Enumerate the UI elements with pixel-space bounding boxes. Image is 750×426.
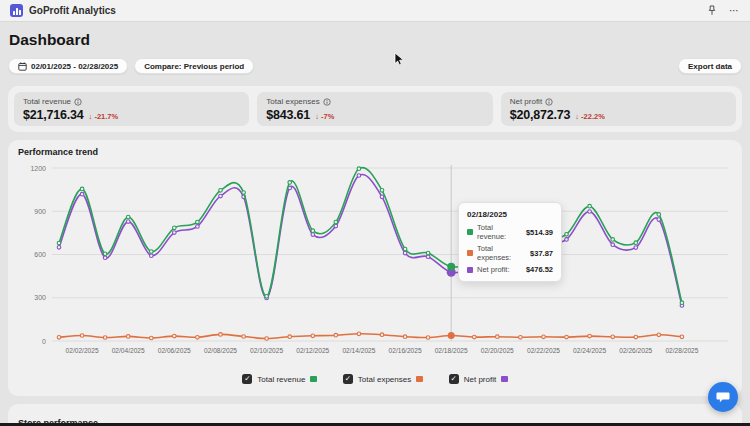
kpi-label: Total expenses xyxy=(266,97,319,106)
checkbox-checked-icon[interactable]: ✓ xyxy=(242,374,252,384)
tooltip-label: Total expenses: xyxy=(477,244,526,262)
svg-text:600: 600 xyxy=(34,251,46,258)
info-icon[interactable] xyxy=(545,98,553,106)
tooltip-value: $476.52 xyxy=(526,265,553,274)
svg-text:02/10/2025: 02/10/2025 xyxy=(250,347,283,354)
legend-label: Net profit xyxy=(464,375,496,384)
tooltip-value: $514.39 xyxy=(526,228,553,237)
date-range-label: 02/01/2025 - 02/28/2025 xyxy=(31,62,118,71)
tooltip-row: Total revenue: $514.39 xyxy=(467,223,553,241)
page-title: Dashboard xyxy=(9,31,742,49)
svg-text:02/06/2025: 02/06/2025 xyxy=(158,347,191,354)
brand: GoProfit Analytics xyxy=(10,4,116,17)
legend-item-total-expenses[interactable]: ✓ Total expenses xyxy=(343,374,423,384)
legend-item-total-revenue[interactable]: ✓ Total revenue xyxy=(242,374,317,384)
calendar-icon xyxy=(18,62,27,71)
svg-text:900: 900 xyxy=(34,208,46,215)
expenses-swatch xyxy=(467,250,473,256)
svg-text:02/28/2025: 02/28/2025 xyxy=(665,347,698,354)
revenue-swatch xyxy=(310,376,317,383)
controls-row: 02/01/2025 - 02/28/2025 Compare: Previou… xyxy=(8,58,742,74)
kpi-total-expenses: Total expenses $843.61 ↓ -7% xyxy=(257,92,492,126)
revenue-swatch xyxy=(467,229,473,235)
tooltip-label: Total revenue: xyxy=(477,223,522,241)
svg-text:02/16/2025: 02/16/2025 xyxy=(389,347,422,354)
tooltip-row: Net profit: $476.52 xyxy=(467,265,553,274)
date-range-button[interactable]: 02/01/2025 - 02/28/2025 xyxy=(8,58,128,74)
svg-text:02/12/2025: 02/12/2025 xyxy=(296,347,329,354)
chat-widget-button[interactable] xyxy=(708,382,738,412)
checkbox-checked-icon[interactable]: ✓ xyxy=(449,374,459,384)
svg-text:02/24/2025: 02/24/2025 xyxy=(573,347,606,354)
svg-text:02/26/2025: 02/26/2025 xyxy=(619,347,652,354)
chat-bubble-icon xyxy=(716,391,730,404)
net-profit-swatch xyxy=(501,376,508,383)
svg-text:02/22/2025: 02/22/2025 xyxy=(527,347,560,354)
svg-text:02/18/2025: 02/18/2025 xyxy=(435,347,468,354)
chart-tooltip: 02/18/2025 Total revenue: $514.39 Total … xyxy=(458,202,562,282)
kpi-label: Net profit xyxy=(510,97,542,106)
svg-text:02/02/2025: 02/02/2025 xyxy=(66,347,99,354)
kpi-value: $21,716.34 xyxy=(23,108,84,122)
tooltip-row: Total expenses: $37.87 xyxy=(467,244,553,262)
top-bar: GoProfit Analytics ⋯ xyxy=(0,0,750,22)
kpi-net-profit: Net profit $20,872.73 ↓ -22.2% xyxy=(501,92,736,126)
kpi-delta-down: ↓ -21.7% xyxy=(89,112,119,121)
svg-text:02/14/2025: 02/14/2025 xyxy=(342,347,375,354)
app-logo-icon xyxy=(10,4,23,17)
svg-text:02/04/2025: 02/04/2025 xyxy=(112,347,145,354)
export-button[interactable]: Export data xyxy=(678,58,742,74)
performance-trend-chart[interactable]: 0300600900120002/02/202502/04/202502/06/… xyxy=(8,140,742,396)
kpi-delta-down: ↓ -7% xyxy=(315,112,334,121)
performance-trend-card: Performance trend 0300600900120002/02/20… xyxy=(8,140,742,396)
kpi-summary-card: Total revenue $21,716.34 ↓ -21.7% Total … xyxy=(8,86,742,132)
tooltip-date: 02/18/2025 xyxy=(467,210,553,219)
kpi-label: Total revenue xyxy=(23,97,71,106)
kpi-delta-down: ↓ -22.2% xyxy=(575,112,605,121)
svg-text:02/20/2025: 02/20/2025 xyxy=(481,347,514,354)
legend-item-net-profit[interactable]: ✓ Net profit xyxy=(449,374,508,384)
kpi-total-revenue: Total revenue $21,716.34 ↓ -21.7% xyxy=(14,92,249,126)
svg-text:1200: 1200 xyxy=(30,165,46,172)
more-menu-icon[interactable]: ⋯ xyxy=(729,5,740,16)
app-window: GoProfit Analytics ⋯ Dashboard 02/01/202… xyxy=(0,0,750,426)
legend-label: Total expenses xyxy=(358,375,411,384)
app-title: GoProfit Analytics xyxy=(29,5,116,16)
pin-icon[interactable] xyxy=(707,2,717,20)
tooltip-value: $37.87 xyxy=(530,249,553,258)
chart-legend: ✓ Total revenue ✓ Total expenses ✓ Net p… xyxy=(8,374,742,384)
chart-title: Performance trend xyxy=(18,147,98,157)
expenses-swatch xyxy=(416,376,423,383)
net-profit-swatch xyxy=(467,267,473,273)
svg-text:300: 300 xyxy=(34,294,46,301)
main-content: Dashboard 02/01/2025 - 02/28/2025 Compar… xyxy=(0,31,750,426)
info-icon[interactable] xyxy=(323,98,331,106)
tooltip-label: Net profit: xyxy=(477,265,510,274)
legend-label: Total revenue xyxy=(257,375,305,384)
svg-text:02/08/2025: 02/08/2025 xyxy=(204,347,237,354)
svg-text:0: 0 xyxy=(42,338,46,345)
kpi-value: $20,872.73 xyxy=(510,108,571,122)
kpi-value: $843.61 xyxy=(266,108,310,122)
info-icon[interactable] xyxy=(74,98,82,106)
compare-button[interactable]: Compare: Previous period xyxy=(134,58,254,74)
checkbox-checked-icon[interactable]: ✓ xyxy=(343,374,353,384)
